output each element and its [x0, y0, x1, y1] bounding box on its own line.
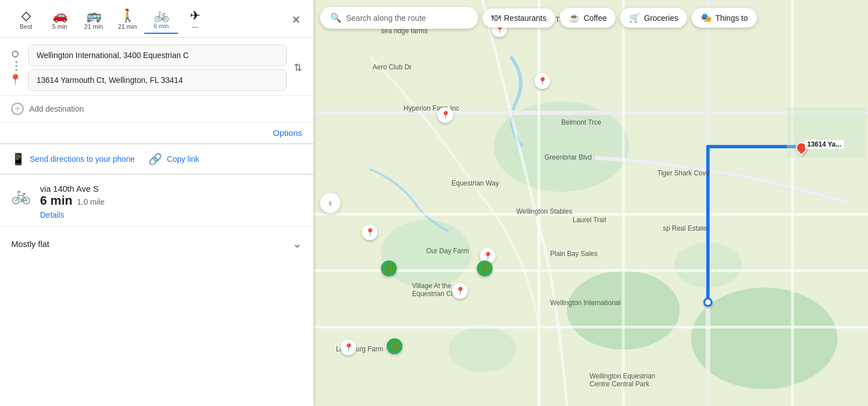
- collapse-panel-button[interactable]: ‹: [320, 193, 340, 213]
- filter-coffee[interactable]: ☕ Coffee: [560, 8, 615, 28]
- send-directions-icon: 📱: [11, 152, 25, 166]
- pin-louisburg-farm[interactable]: 📍: [340, 339, 356, 355]
- groceries-icon: 🛒: [629, 12, 640, 23]
- route-via: via 140th Ave S: [40, 184, 302, 193]
- svg-point-4: [449, 327, 516, 372]
- transport-best[interactable]: ◇ Best: [9, 6, 43, 33]
- route-info: via 140th Ave S 6 min 1.0 mile Details: [40, 184, 302, 222]
- chevron-down-icon: ⌄: [293, 237, 302, 250]
- terrain-label: Mostly flat: [11, 239, 50, 249]
- transit-icon: 🚌: [86, 10, 101, 22]
- route-result: 🚲 via 140th Ave S 6 min 1.0 mile Details: [0, 175, 313, 226]
- origin-marker: [703, 298, 712, 307]
- route-distance: 1.0 mile: [77, 197, 104, 206]
- add-destination-row[interactable]: + Add destination: [0, 96, 313, 122]
- pin-village-equestrian[interactable]: 📍: [452, 283, 468, 299]
- search-along-route[interactable]: 🔍 Search along the route: [320, 7, 478, 29]
- coffee-icon: ☕: [569, 12, 580, 23]
- destination-dot: 📍: [9, 74, 21, 85]
- close-button[interactable]: ✕: [288, 10, 304, 30]
- transport-bike[interactable]: 🚲 6 min: [144, 6, 178, 34]
- add-destination-icon: +: [11, 103, 24, 115]
- left-panel: ◇ Best 🚗 5 min 🚌 21 min 🚶 21 min 🚲 6 min…: [0, 0, 313, 406]
- send-directions-label: Send directions to your phone: [30, 155, 135, 164]
- transport-flight[interactable]: ✈ —: [178, 6, 212, 33]
- coffee-label: Coffee: [583, 14, 606, 23]
- walk-icon: 🚶: [120, 10, 135, 22]
- bike-icon: 🚲: [154, 9, 169, 21]
- transport-bar: ◇ Best 🚗 5 min 🚌 21 min 🚶 21 min 🚲 6 min…: [0, 0, 313, 38]
- route-time: 6 min: [40, 193, 72, 208]
- car-label: 5 min: [52, 23, 68, 30]
- filter-groceries[interactable]: 🛒 Groceries: [620, 8, 687, 28]
- svg-point-2: [381, 220, 471, 288]
- things-to-do-label: Things to: [715, 14, 748, 23]
- restaurants-label: Restaurants: [504, 14, 546, 23]
- terrain-row[interactable]: Mostly flat ⌄: [0, 226, 313, 261]
- options-button[interactable]: Options: [273, 128, 302, 138]
- green-pin-wellington-equestrian[interactable]: 🌿: [387, 338, 402, 354]
- filter-things-to-do[interactable]: 🎭 Things to: [692, 8, 757, 28]
- map-area: 🔍 Search along the route 🍽 Restaurants ☕…: [313, 0, 868, 406]
- car-icon: 🚗: [52, 10, 68, 22]
- map-topbar: 🔍 Search along the route 🍽 Restaurants ☕…: [320, 7, 861, 29]
- things-to-do-icon: 🎭: [701, 12, 712, 23]
- options-bar: Options: [0, 122, 313, 144]
- transport-car[interactable]: 🚗 5 min: [43, 6, 77, 33]
- bike-label: 6 min: [154, 23, 169, 29]
- collapse-icon: ‹: [329, 198, 331, 208]
- best-label: Best: [20, 23, 32, 30]
- origin-dot: [12, 51, 19, 58]
- dot-connector: [13, 61, 17, 71]
- pin-beverly-equestrian[interactable]: 📍: [534, 73, 550, 89]
- route-bike-icon: 🚲: [11, 186, 31, 205]
- green-pin-tiger-shark[interactable]: 🌿: [381, 261, 397, 276]
- route-inputs: 📍 ⇅: [0, 38, 313, 96]
- walk-label: 21 min: [118, 23, 136, 30]
- transport-walk[interactable]: 🚶 21 min: [110, 6, 144, 33]
- copy-link-button[interactable]: 🔗 Copy link: [148, 152, 200, 166]
- copy-link-icon: 🔗: [148, 152, 162, 166]
- pin-hyperion-farm[interactable]: 📍: [437, 107, 453, 123]
- svg-point-5: [691, 288, 838, 389]
- swap-button[interactable]: ⇅: [291, 59, 304, 76]
- inputs-column: [28, 45, 287, 91]
- destination-label: 13614 Ya...: [805, 140, 844, 149]
- action-row: 📱 Send directions to your phone 🔗 Copy l…: [0, 144, 313, 175]
- details-button[interactable]: Details: [40, 208, 64, 222]
- groceries-label: Groceries: [644, 14, 678, 23]
- route-dots: 📍: [9, 51, 21, 85]
- search-icon: 🔍: [330, 12, 342, 23]
- transit-label: 21 min: [84, 23, 103, 30]
- flight-icon: ✈: [190, 10, 200, 22]
- best-icon: ◇: [21, 10, 31, 22]
- swap-icon: ⇅: [294, 61, 302, 74]
- copy-link-label: Copy link: [167, 155, 200, 164]
- add-destination-label: Add destination: [29, 104, 84, 113]
- send-directions-button[interactable]: 📱 Send directions to your phone: [11, 152, 135, 166]
- transport-transit[interactable]: 🚌 21 min: [77, 6, 110, 33]
- pin-neighborhood-kids[interactable]: 📍: [362, 224, 378, 240]
- flight-label: —: [192, 23, 198, 30]
- restaurants-icon: 🍽: [491, 13, 501, 23]
- green-pin-equestrian-center[interactable]: 🌿: [477, 261, 493, 276]
- origin-input[interactable]: [28, 45, 287, 66]
- filter-restaurants[interactable]: 🍽 Restaurants: [482, 8, 555, 28]
- destination-input[interactable]: [28, 69, 287, 91]
- search-along-text: Search along the route: [346, 14, 426, 23]
